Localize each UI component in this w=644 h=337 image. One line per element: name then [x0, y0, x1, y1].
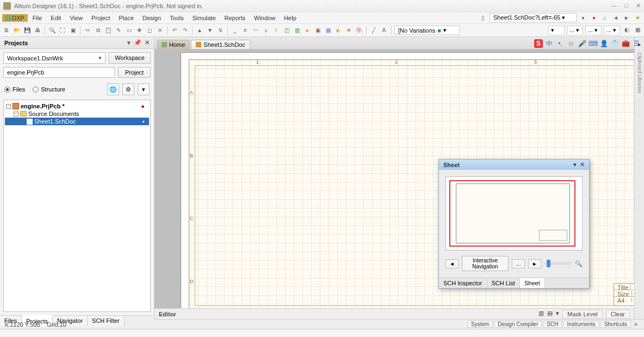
- favorite-icon[interactable]: ★: [633, 14, 642, 22]
- status-instruments[interactable]: Instruments: [563, 321, 599, 328]
- copy-icon[interactable]: ⧉: [94, 26, 102, 35]
- tab-sch-list[interactable]: SCH List: [487, 278, 520, 288]
- nav-refresh-icon[interactable]: ●: [579, 14, 587, 22]
- tree-document[interactable]: Sheet1.SchDoc ▪: [5, 118, 149, 125]
- minimize-button[interactable]: —: [611, 2, 617, 9]
- interactive-nav-button[interactable]: Interactive Navigation: [462, 256, 509, 271]
- variations-field[interactable]: [No Variations ■ ▾: [394, 26, 460, 35]
- tree-project-root[interactable]: − engine.PrjPcb * ●: [5, 102, 149, 110]
- status-design-compiler[interactable]: Design Compiler: [494, 321, 542, 328]
- panel-dropdown-icon[interactable]: ▾: [127, 39, 131, 46]
- place-noerc-icon[interactable]: ✕: [344, 26, 353, 35]
- project-field[interactable]: engine.PrjPcb: [3, 67, 115, 78]
- panel-pin-icon[interactable]: 📌: [134, 39, 141, 46]
- undo-icon[interactable]: ↶: [170, 26, 179, 35]
- ime-tools-icon[interactable]: 🧰: [621, 39, 630, 48]
- ime-settings-icon[interactable]: ☰: [632, 39, 641, 48]
- select-icon[interactable]: ▭: [125, 26, 133, 35]
- panel-close-icon[interactable]: ✕: [145, 39, 150, 46]
- menu-reports[interactable]: Reports: [221, 14, 250, 22]
- zoom-fit-icon[interactable]: ⛶: [58, 26, 67, 35]
- project-button[interactable]: Project: [118, 67, 151, 78]
- filter-combo-3[interactable]: ... ▾: [585, 26, 602, 35]
- hierarchy-up-icon[interactable]: ▲: [195, 26, 204, 35]
- filter-combo-4[interactable]: ... ▾: [604, 26, 620, 35]
- clear-button[interactable]: Clear: [606, 310, 630, 318]
- nav-options-button[interactable]: …: [512, 259, 525, 268]
- zoom-area-icon[interactable]: 🔍: [48, 26, 57, 35]
- status-system[interactable]: System: [467, 321, 493, 328]
- nav-home-icon[interactable]: ⌂: [600, 14, 609, 22]
- collapse-icon[interactable]: −: [6, 104, 11, 109]
- redo-icon[interactable]: ↷: [181, 26, 189, 35]
- tree-folder[interactable]: − Source Documents: [5, 110, 149, 118]
- nav-fwd-icon[interactable]: ►: [622, 14, 631, 22]
- status-menu-icon[interactable]: »: [632, 321, 640, 328]
- right-sidebar-label[interactable]: Clipboard Libraries: [637, 52, 642, 94]
- ime-logo-icon[interactable]: S: [534, 39, 543, 48]
- print-icon[interactable]: 🖶: [33, 26, 42, 35]
- sheet-panel[interactable]: Sheet ▾ ✕ ◄ Interactive Navigation …: [438, 159, 590, 289]
- status-shortcuts[interactable]: Shortcuts: [600, 321, 631, 328]
- menu-project[interactable]: Project: [88, 14, 114, 22]
- dxp-menu[interactable]: DXP: [2, 14, 28, 22]
- ime-keyboard-icon[interactable]: ⌨: [589, 39, 597, 48]
- float-close-icon[interactable]: ✕: [580, 161, 585, 168]
- maximize-button[interactable]: □: [624, 2, 628, 9]
- open-icon[interactable]: 📂: [13, 26, 21, 35]
- tab-sheet[interactable]: Sheet: [520, 278, 545, 288]
- place-gnd-icon[interactable]: ⏚: [262, 26, 270, 35]
- hierarchy-down-icon[interactable]: ▼: [206, 26, 214, 35]
- sheet-preview[interactable]: [445, 176, 583, 250]
- ime-toolbar[interactable]: S 中 •, ☺ 🎤 ⌨ 👤 👕 🧰 ☰: [534, 39, 641, 48]
- menu-edit[interactable]: Edit: [47, 14, 65, 22]
- cut-icon[interactable]: ✂: [83, 26, 92, 35]
- refresh-tree-icon[interactable]: 🌐: [107, 83, 119, 95]
- tree-options-icon[interactable]: ⚙: [122, 83, 134, 95]
- move-icon[interactable]: ✥: [135, 26, 144, 35]
- menu-tools[interactable]: Tools: [166, 14, 188, 22]
- save-icon[interactable]: 💾: [23, 26, 32, 35]
- workspace-combo[interactable]: Workspace1.DsnWrk▾: [3, 52, 106, 64]
- mask-level-button[interactable]: Mask Level: [562, 310, 603, 318]
- menu-window[interactable]: Window: [250, 14, 279, 22]
- place-port-icon[interactable]: ⬖: [334, 26, 343, 35]
- sheet-panel-header[interactable]: Sheet ▾ ✕: [439, 160, 589, 170]
- ime-punct-icon[interactable]: •,: [556, 39, 565, 48]
- place-device-icon[interactable]: ▣: [313, 26, 322, 35]
- draw-text-icon[interactable]: A: [380, 26, 388, 35]
- workspace-button[interactable]: Workspace: [109, 52, 151, 64]
- grid-icon[interactable]: ▦: [633, 26, 642, 34]
- nav-stop-icon[interactable]: ●: [590, 14, 598, 22]
- menu-place[interactable]: Place: [115, 14, 138, 22]
- ime-account-icon[interactable]: 👤: [599, 39, 608, 48]
- address-field[interactable]: Sheet1.SchDoc?Left=-65 ▾: [490, 13, 577, 22]
- split-h-icon[interactable]: ▥: [538, 310, 544, 318]
- menu-file[interactable]: File: [29, 14, 46, 22]
- nav-prev-button[interactable]: ◄: [445, 259, 459, 268]
- zoom-slider[interactable]: [544, 262, 572, 265]
- tab-sch-inspector[interactable]: SCH Inspector: [439, 278, 487, 288]
- nav-back-icon[interactable]: ◄: [611, 14, 620, 22]
- place-entry-icon[interactable]: ▸: [303, 26, 312, 35]
- place-part-icon[interactable]: ◫: [282, 26, 291, 35]
- float-dropdown-icon[interactable]: ▾: [573, 161, 577, 168]
- ime-emoji-icon[interactable]: ☺: [567, 39, 575, 48]
- split-menu-icon[interactable]: ▾: [556, 310, 559, 318]
- cross-probe-icon[interactable]: ↯: [216, 26, 225, 35]
- place-power-icon[interactable]: Ｙ: [272, 26, 281, 35]
- tab-sch-filter[interactable]: SCH Filter: [88, 316, 125, 326]
- rubber-icon[interactable]: ✎: [114, 26, 123, 35]
- collapse-icon[interactable]: −: [14, 112, 18, 117]
- canvas[interactable]: 1 2 3 4 A B C D A B C D Title Size: [154, 49, 634, 308]
- clear-icon[interactable]: ✕: [156, 26, 164, 35]
- filter-combo-2[interactable]: ... ▾: [567, 26, 583, 35]
- place-bus-icon[interactable]: ≡: [241, 26, 250, 35]
- menu-help[interactable]: Help: [280, 14, 300, 22]
- menu-simulate[interactable]: Simulate: [189, 14, 220, 22]
- place-wire-icon[interactable]: ⎯: [231, 26, 239, 35]
- tree-dropdown-icon[interactable]: ▾: [138, 83, 150, 95]
- menu-view[interactable]: View: [66, 14, 86, 22]
- mask-icon[interactable]: ◐: [622, 26, 631, 34]
- ime-lang-icon[interactable]: 中: [545, 39, 554, 48]
